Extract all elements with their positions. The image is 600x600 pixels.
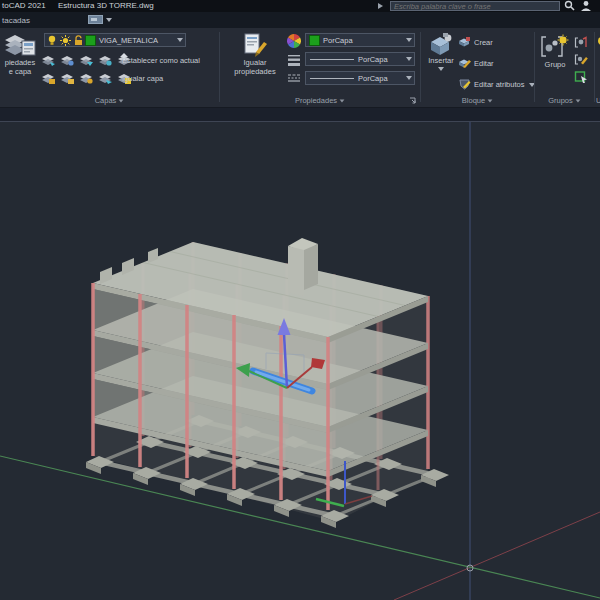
insert-block-button[interactable]: Insertar (424, 32, 458, 71)
lineweight-icon[interactable] (287, 54, 301, 66)
layer-properties-icon (3, 32, 37, 58)
create-block-label[interactable]: Crear (474, 38, 493, 47)
edit-block-icon[interactable] (458, 57, 471, 68)
match-layer-label[interactable]: Igualar capa (122, 74, 163, 83)
layer-color-swatch[interactable] (85, 35, 96, 46)
lineweight-sample (310, 59, 354, 60)
linetype-icon[interactable] (287, 73, 301, 83)
propiedades-dialog-launcher-icon[interactable] (409, 97, 416, 104)
color-wheel-icon[interactable] (287, 34, 301, 48)
insert-block-icon (427, 32, 455, 56)
app-title: toCAD 2021 (2, 0, 46, 12)
group-label: Grupo (545, 60, 566, 69)
create-block-icon[interactable] (458, 36, 471, 47)
grupos-panel-caret-icon (575, 99, 580, 102)
utilities-clipped-icon (596, 36, 600, 48)
viewport-canvas (0, 108, 600, 600)
propiedades-panel-caret-icon (340, 99, 345, 102)
layer-dropdown-caret-icon[interactable] (177, 38, 183, 42)
ribbon-tab-destacadas[interactable]: tacadas (2, 16, 30, 25)
layer-walk-icon[interactable] (78, 70, 94, 85)
layer-dropdown[interactable]: VIGA_METALICA (44, 33, 186, 47)
layer-unisolate-icon[interactable] (59, 53, 75, 67)
viewport-3d[interactable] (0, 108, 600, 600)
panel-grupos: Grupo Grupos (536, 28, 593, 107)
group-icon (540, 34, 570, 60)
panel-utilidades-clipped: U (596, 28, 600, 107)
panel-capas: piedades e capa VIGA_METALICA (0, 28, 219, 107)
object-color-dropdown[interactable]: PorCapa (305, 33, 415, 47)
lineweight-dropdown-caret-icon (406, 57, 412, 61)
match-properties-button[interactable]: Igualar propiedades (227, 32, 283, 76)
linetype-dropdown-caret-icon (406, 76, 412, 80)
workspace-thumbnail-icon[interactable] (88, 15, 103, 24)
match-props-label-2: propiedades (234, 67, 275, 76)
layer-properties-label-2: e capa (9, 67, 32, 76)
layer-isolate-icon[interactable] (40, 53, 56, 67)
layer-on-bulb-icon[interactable] (47, 35, 57, 46)
layer-properties-button[interactable]: piedades e capa (0, 32, 40, 76)
linetype-dropdown[interactable]: PorCapa (305, 71, 415, 85)
title-bar: toCAD 2021 Estructura 3D TORRE.dwg (0, 0, 600, 12)
ribbon-tab-bar: tacadas (0, 12, 600, 28)
grupos-panel-label[interactable]: Grupos (536, 96, 593, 105)
ribbon: piedades e capa VIGA_METALICA (0, 28, 600, 108)
lineweight-value: PorCapa (358, 55, 388, 64)
match-properties-icon (242, 32, 268, 58)
group-edit-icon[interactable] (574, 53, 588, 66)
color-dropdown-caret-icon (406, 38, 412, 42)
layer-properties-label-1: piedades (5, 58, 35, 67)
propiedades-panel-label[interactable]: Propiedades (221, 96, 419, 105)
linetype-sample (310, 78, 354, 79)
search-input[interactable] (390, 1, 560, 11)
workspace-dropdown-caret-icon[interactable] (106, 18, 112, 22)
layer-unlock-tool-icon[interactable] (59, 70, 75, 85)
linetype-value: PorCapa (358, 74, 388, 83)
object-color-value: PorCapa (323, 36, 353, 45)
help-menu-arrow-icon[interactable] (378, 3, 383, 9)
insert-label: Insertar (428, 56, 453, 65)
capas-panel-caret-icon (119, 99, 124, 102)
group-select-toggle-icon[interactable] (574, 70, 588, 83)
capas-panel-label[interactable]: Capas (0, 96, 219, 105)
object-color-swatch (309, 35, 320, 46)
user-account-icon[interactable] (580, 0, 592, 11)
group-button[interactable]: Grupo (538, 34, 572, 69)
layer-lock-tool-icon[interactable] (40, 70, 56, 85)
edit-attributes-label[interactable]: Editar atributos (474, 80, 524, 89)
canvas-top-strip (0, 108, 600, 121)
set-current-label[interactable]: Establecer como actual (122, 56, 200, 65)
match-props-label-1: Igualar (244, 58, 267, 67)
lineweight-dropdown[interactable]: PorCapa (305, 52, 415, 66)
ungroup-icon[interactable] (574, 36, 588, 49)
layer-thaw-icon[interactable] (97, 70, 113, 85)
utilidades-panel-label[interactable]: U (596, 96, 600, 105)
layer-unlock-icon[interactable] (74, 35, 84, 46)
layer-freeze-sun-icon[interactable] (60, 35, 71, 46)
panel-propiedades: Igualar propiedades PorCapa PorCapa (221, 28, 419, 107)
document-name: Estructura 3D TORRE.dwg (58, 0, 154, 12)
insert-caret-icon (438, 67, 444, 71)
bloque-panel-caret-icon (488, 99, 493, 102)
search-icon[interactable] (564, 0, 575, 11)
edit-attributes-icon[interactable] (458, 78, 471, 90)
layer-off-tool-icon[interactable] (97, 53, 113, 67)
bloque-panel-label[interactable]: Bloque (422, 96, 533, 105)
current-layer-name: VIGA_METALICA (99, 36, 158, 45)
layer-freeze-tool-icon[interactable] (78, 53, 94, 67)
panel-bloque: Insertar Crear Editar Editar atributos B… (422, 28, 533, 107)
edit-block-label[interactable]: Editar (474, 59, 494, 68)
